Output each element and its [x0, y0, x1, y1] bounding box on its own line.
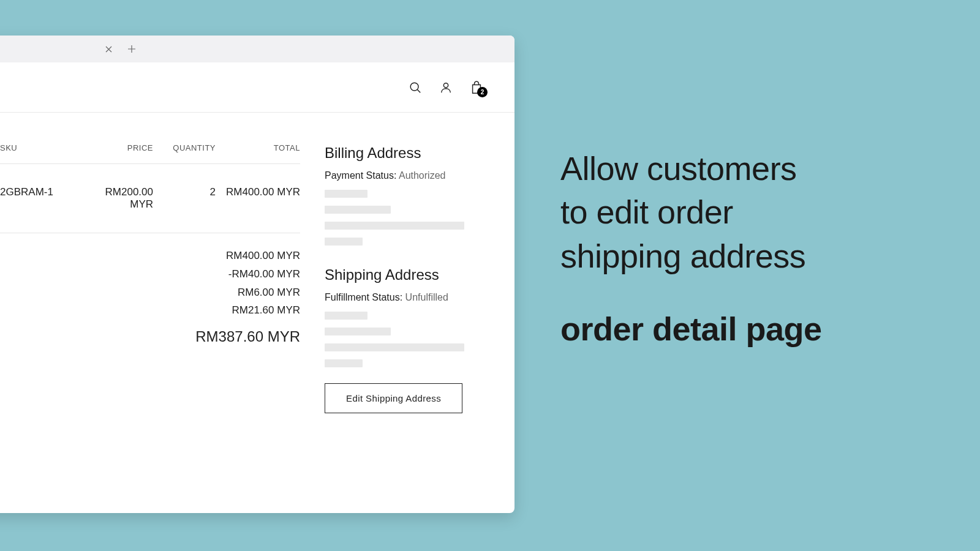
billing-line-placeholder — [325, 206, 391, 214]
summary-subtotal: RM400.00 MYR — [0, 247, 300, 265]
svg-point-0 — [410, 83, 418, 91]
billing-title: Billing Address — [325, 144, 496, 162]
account-icon[interactable] — [439, 80, 453, 95]
shipping-line-placeholder — [325, 343, 464, 351]
fulfillment-status-value: Unfulfilled — [405, 292, 448, 302]
search-icon[interactable] — [408, 80, 423, 95]
summary-total: RM387.60 MYR — [0, 328, 300, 345]
cell-price: RM200.00 MYR — [86, 186, 153, 211]
col-header-quantity: QUANTITY — [153, 143, 216, 152]
payment-status-label: Payment Status: — [325, 170, 399, 181]
billing-line-placeholder — [325, 238, 363, 246]
table-header-row: SKU PRICE QUANTITY TOTAL — [0, 143, 300, 164]
cell-total: RM400.00 MYR — [216, 186, 300, 211]
shipping-title: Shipping Address — [325, 266, 496, 283]
shipping-line-placeholder — [325, 359, 363, 367]
fulfillment-status-label: Fulfillment Status: — [325, 292, 405, 302]
summary-shipping: RM6.00 MYR — [0, 283, 300, 302]
promo-line-2: to edit order — [560, 190, 903, 234]
cart-count-badge: 2 — [477, 87, 488, 97]
col-header-sku: SKU — [0, 143, 86, 152]
order-summary: RM400.00 MYR -RM40.00 MYR RM6.00 MYR RM2… — [0, 233, 300, 345]
payment-status: Payment Status: Authorized — [325, 170, 496, 181]
col-header-total: TOTAL — [216, 143, 300, 152]
payment-status-value: Authorized — [399, 170, 446, 181]
tab-bar — [0, 36, 514, 62]
billing-line-placeholder — [325, 222, 464, 230]
order-content: SKU PRICE QUANTITY TOTAL 2GBRAM-1 RM200.… — [0, 113, 514, 432]
edit-shipping-address-button[interactable]: Edit Shipping Address — [325, 383, 462, 413]
cell-sku: 2GBRAM-1 — [0, 186, 86, 211]
promo-bold: order detail page — [560, 307, 903, 350]
billing-line-placeholder — [325, 190, 368, 198]
fulfillment-status: Fulfillment Status: Unfulfilled — [325, 292, 496, 303]
summary-discount: -RM40.00 MYR — [0, 265, 300, 283]
cart-icon[interactable]: 2 — [469, 80, 484, 95]
browser-window: og 2 SKU PRICE QUANTITY TOTAL 2GBRAM-1 — [0, 36, 514, 513]
promo-line-1: Allow customers — [560, 147, 903, 190]
table-row: 2GBRAM-1 RM200.00 MYR 2 RM400.00 MYR — [0, 164, 300, 233]
order-table: SKU PRICE QUANTITY TOTAL 2GBRAM-1 RM200.… — [0, 143, 300, 413]
promo-text: Allow customers to edit order shipping a… — [560, 147, 903, 350]
svg-point-2 — [443, 83, 448, 87]
site-header: og 2 — [0, 62, 514, 113]
cell-quantity: 2 — [153, 186, 216, 211]
summary-tax: RM21.60 MYR — [0, 301, 300, 320]
new-tab-icon[interactable] — [126, 43, 137, 54]
shipping-line-placeholder — [325, 312, 368, 320]
svg-line-1 — [417, 89, 420, 92]
shipping-line-placeholder — [325, 328, 391, 335]
header-actions: 2 — [408, 80, 496, 95]
col-header-price: PRICE — [86, 143, 153, 152]
address-sidebar: Billing Address Payment Status: Authoriz… — [325, 143, 496, 413]
close-tab-icon[interactable] — [104, 45, 113, 53]
promo-line-3: shipping address — [560, 234, 903, 278]
